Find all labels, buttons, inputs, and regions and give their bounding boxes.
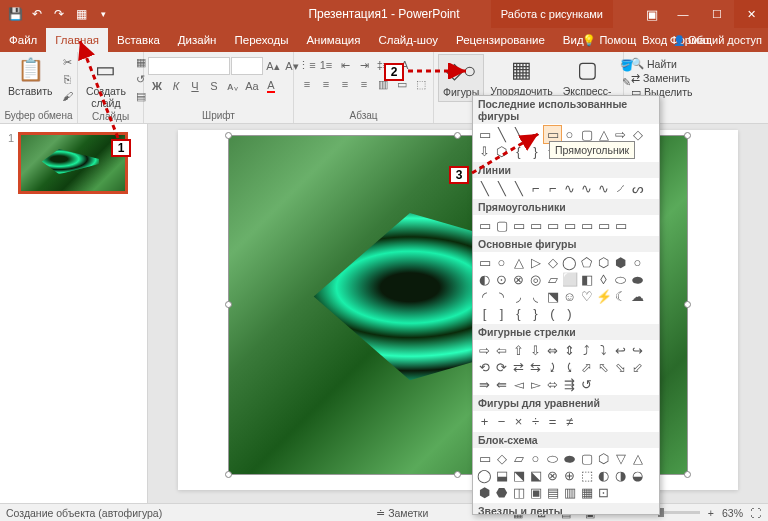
login-link[interactable]: Вход [642, 34, 667, 46]
shape[interactable]: ▽ [612, 450, 629, 467]
shape[interactable]: ◜ [476, 288, 493, 305]
tab-slideshow[interactable]: Слайд-шоу [369, 28, 447, 52]
align-center-icon[interactable]: ≡ [317, 76, 335, 92]
tab-animations[interactable]: Анимация [297, 28, 369, 52]
shape[interactable]: ◟ [527, 288, 544, 305]
font-size-select[interactable] [231, 57, 263, 75]
shape-outline-icon[interactable]: ✎ [618, 74, 636, 90]
tab-transitions[interactable]: Переходы [225, 28, 297, 52]
shape[interactable]: ⤸ [544, 359, 561, 376]
shape[interactable]: ⤵ [595, 342, 612, 359]
resize-handle[interactable] [684, 471, 691, 478]
shape[interactable]: [ [476, 305, 493, 322]
shape[interactable]: ◯ [561, 254, 578, 271]
numbering-icon[interactable]: 1≡ [317, 57, 335, 73]
replace-button[interactable]: ⇄Заменить [628, 71, 693, 85]
tab-home[interactable]: Главная [46, 28, 108, 52]
shape-rect[interactable]: ▭ [578, 217, 595, 234]
resize-handle[interactable] [684, 132, 691, 139]
shape[interactable]: ( [544, 305, 561, 322]
shape-rect[interactable]: ▭ [561, 217, 578, 234]
shape-rect[interactable]: ▭ [476, 217, 493, 234]
shape[interactable]: { [510, 305, 527, 322]
tab-insert[interactable]: Вставка [108, 28, 169, 52]
shape[interactable]: ⬕ [527, 467, 544, 484]
shape[interactable]: ⊗ [544, 467, 561, 484]
shape[interactable]: ⇦ [493, 342, 510, 359]
resize-handle[interactable] [454, 471, 461, 478]
strike-icon[interactable]: S [205, 78, 223, 94]
shape-hexagon[interactable]: ⬡ [493, 143, 510, 160]
shape[interactable]: ◐ [476, 271, 493, 288]
copy-icon[interactable]: ⎘ [59, 71, 77, 87]
shape-brace2[interactable]: } [527, 143, 544, 160]
shape[interactable]: ⬁ [595, 359, 612, 376]
fit-icon[interactable]: ⛶ [751, 507, 762, 519]
shape[interactable]: ◧ [578, 271, 595, 288]
shape[interactable]: ◎ [527, 271, 544, 288]
redo-icon[interactable]: ↷ [52, 7, 66, 21]
shape[interactable]: ▥ [561, 484, 578, 501]
smartart-icon[interactable]: ⬚ [412, 76, 430, 92]
new-slide-button[interactable]: ▭ Создать слайд [82, 54, 130, 111]
shape[interactable]: ◅ [510, 376, 527, 393]
paste-button[interactable]: 📋 Вставить [4, 54, 57, 100]
minimize-button[interactable]: ― [666, 0, 700, 28]
shadow-icon[interactable]: ᴀᵥ [224, 78, 242, 94]
shape-elbow[interactable]: ⌐ [544, 180, 561, 197]
shape[interactable]: ▱ [544, 271, 561, 288]
shape[interactable]: △ [510, 254, 527, 271]
shape[interactable]: ≠ [561, 413, 578, 430]
share-button[interactable]: Общий доступ [673, 34, 762, 46]
format-painter-icon[interactable]: 🖌 [59, 88, 77, 104]
shape[interactable]: ⇛ [476, 376, 493, 393]
align-right-icon[interactable]: ≡ [336, 76, 354, 92]
italic-icon[interactable]: К [167, 78, 185, 94]
shape-rect[interactable]: ▭ [510, 217, 527, 234]
shape[interactable]: ⊡ [595, 484, 612, 501]
shape[interactable]: ⇨ [476, 342, 493, 359]
zoom-level[interactable]: 63% [722, 507, 743, 519]
shape[interactable]: ⊙ [493, 271, 510, 288]
bullets-icon[interactable]: ⋮≡ [298, 57, 316, 73]
shape-curve[interactable]: ∿ [595, 180, 612, 197]
shape[interactable]: ▻ [527, 376, 544, 393]
close-button[interactable]: ✕ [734, 0, 768, 28]
shape[interactable]: ⬂ [612, 359, 629, 376]
spacing-icon[interactable]: Aa [243, 78, 261, 94]
resize-handle[interactable] [225, 471, 232, 478]
shape[interactable]: ⇕ [561, 342, 578, 359]
shape[interactable]: ▣ [527, 484, 544, 501]
tab-design[interactable]: Дизайн [169, 28, 226, 52]
shape-rect[interactable]: ▭ [612, 217, 629, 234]
shape[interactable]: ⇶ [561, 376, 578, 393]
shape[interactable]: ⤴ [578, 342, 595, 359]
shape-rect[interactable]: ▢ [493, 217, 510, 234]
shape[interactable]: ◯ [476, 467, 493, 484]
shape[interactable]: △ [629, 450, 646, 467]
shape-textbox[interactable]: ▭ [476, 126, 493, 143]
shape[interactable]: ⤹ [561, 359, 578, 376]
shape[interactable]: ⬔ [510, 467, 527, 484]
resize-handle[interactable] [225, 132, 232, 139]
shape[interactable]: ▷ [527, 254, 544, 271]
shape-connector[interactable]: ⌐ [527, 126, 544, 143]
shape[interactable]: ) [561, 305, 578, 322]
shape[interactable]: ↺ [578, 376, 595, 393]
shape[interactable]: ⊗ [510, 271, 527, 288]
justify-icon[interactable]: ≡ [355, 76, 373, 92]
shape-rect[interactable]: ▭ [544, 217, 561, 234]
shape[interactable]: ⬡ [595, 254, 612, 271]
shape[interactable]: ⇄ [510, 359, 527, 376]
help-link[interactable]: 💡 Помощ [582, 34, 636, 47]
shape[interactable]: ♡ [578, 288, 595, 305]
shape[interactable]: = [544, 413, 561, 430]
shape[interactable]: × [510, 413, 527, 430]
shape-freeform[interactable]: ⟋ [612, 180, 629, 197]
shape[interactable]: ⬚ [578, 467, 595, 484]
shape[interactable]: ⟳ [493, 359, 510, 376]
grow-font-icon[interactable]: A▴ [264, 58, 282, 74]
shape-rect[interactable]: ▭ [527, 217, 544, 234]
shape[interactable]: ⬀ [578, 359, 595, 376]
font-family-select[interactable] [148, 57, 230, 75]
